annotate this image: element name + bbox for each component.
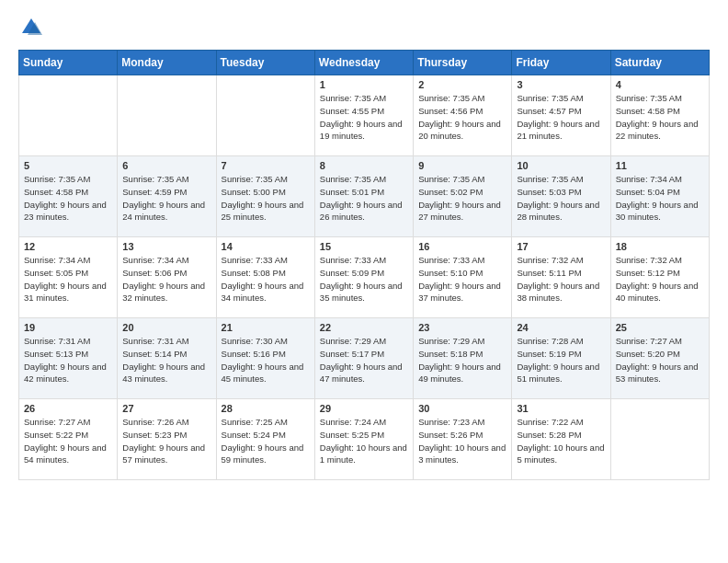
calendar-cell: 27Sunrise: 7:26 AMSunset: 5:23 PMDayligh… [118,399,216,480]
day-number: 3 [517,79,605,90]
day-info: Sunrise: 7:35 AMSunset: 4:56 PMDaylight:… [418,92,506,143]
calendar-cell: 2Sunrise: 7:35 AMSunset: 4:56 PMDaylight… [414,75,512,156]
day-number: 13 [122,241,210,252]
day-info: Sunrise: 7:35 AMSunset: 4:55 PMDaylight:… [320,92,408,143]
calendar-cell: 24Sunrise: 7:28 AMSunset: 5:19 PMDayligh… [512,318,610,399]
day-number: 9 [418,160,506,171]
day-number: 7 [222,160,310,171]
calendar-cell: 16Sunrise: 7:33 AMSunset: 5:10 PMDayligh… [414,237,512,318]
day-number: 17 [517,241,605,252]
weekday-header-sunday: Sunday [19,51,118,75]
logo [18,15,48,40]
day-info: Sunrise: 7:34 AMSunset: 5:06 PMDaylight:… [122,254,210,304]
calendar-cell: 28Sunrise: 7:25 AMSunset: 5:24 PMDayligh… [216,399,314,480]
calendar-cell: 23Sunrise: 7:29 AMSunset: 5:18 PMDayligh… [414,318,512,399]
day-info: Sunrise: 7:25 AMSunset: 5:24 PMDaylight:… [222,416,310,466]
calendar-cell: 31Sunrise: 7:22 AMSunset: 5:28 PMDayligh… [512,399,610,480]
day-number: 18 [616,241,704,252]
weekday-header-friday: Friday [512,51,610,75]
day-info: Sunrise: 7:28 AMSunset: 5:19 PMDaylight:… [517,335,605,385]
weekday-header-monday: Monday [118,51,216,75]
page: SundayMondayTuesdayWednesdayThursdayFrid… [0,0,728,495]
day-number: 15 [320,241,408,252]
day-info: Sunrise: 7:30 AMSunset: 5:16 PMDaylight:… [222,335,310,385]
day-info: Sunrise: 7:34 AMSunset: 5:05 PMDaylight:… [24,254,112,304]
day-number: 10 [517,160,605,171]
calendar-cell: 5Sunrise: 7:35 AMSunset: 4:58 PMDaylight… [19,156,118,237]
day-number: 11 [616,160,704,171]
calendar-cell: 4Sunrise: 7:35 AMSunset: 4:58 PMDaylight… [610,75,709,156]
logo-icon [18,15,44,40]
day-info: Sunrise: 7:35 AMSunset: 4:57 PMDaylight:… [517,92,605,143]
day-number: 2 [418,79,506,90]
calendar-cell: 29Sunrise: 7:24 AMSunset: 5:25 PMDayligh… [314,399,413,480]
day-info: Sunrise: 7:35 AMSunset: 5:02 PMDaylight:… [418,173,506,224]
day-number: 14 [222,241,310,252]
calendar-week-2: 5Sunrise: 7:35 AMSunset: 4:58 PMDaylight… [19,156,710,237]
calendar-cell: 1Sunrise: 7:35 AMSunset: 4:55 PMDaylight… [314,75,413,156]
calendar-cell: 17Sunrise: 7:32 AMSunset: 5:11 PMDayligh… [512,237,610,318]
day-info: Sunrise: 7:34 AMSunset: 5:04 PMDaylight:… [616,173,704,224]
calendar-cell: 8Sunrise: 7:35 AMSunset: 5:01 PMDaylight… [314,156,413,237]
day-info: Sunrise: 7:22 AMSunset: 5:28 PMDaylight:… [517,416,605,466]
day-number: 4 [616,79,704,90]
day-number: 30 [418,403,506,414]
day-number: 24 [517,322,605,333]
calendar-cell: 20Sunrise: 7:31 AMSunset: 5:14 PMDayligh… [118,318,216,399]
day-info: Sunrise: 7:35 AMSunset: 5:01 PMDaylight:… [320,173,408,224]
day-number: 6 [122,160,210,171]
calendar-cell: 12Sunrise: 7:34 AMSunset: 5:05 PMDayligh… [19,237,118,318]
day-info: Sunrise: 7:29 AMSunset: 5:18 PMDaylight:… [418,335,506,385]
day-info: Sunrise: 7:31 AMSunset: 5:14 PMDaylight:… [122,335,210,385]
calendar-week-3: 12Sunrise: 7:34 AMSunset: 5:05 PMDayligh… [19,237,710,318]
calendar-cell: 14Sunrise: 7:33 AMSunset: 5:08 PMDayligh… [216,237,314,318]
calendar-cell: 11Sunrise: 7:34 AMSunset: 5:04 PMDayligh… [610,156,709,237]
calendar-cell [19,75,118,156]
calendar-week-4: 19Sunrise: 7:31 AMSunset: 5:13 PMDayligh… [19,318,710,399]
header [18,15,710,40]
calendar-cell [118,75,216,156]
day-info: Sunrise: 7:33 AMSunset: 5:08 PMDaylight:… [222,254,310,304]
day-info: Sunrise: 7:26 AMSunset: 5:23 PMDaylight:… [122,416,210,466]
calendar-cell: 13Sunrise: 7:34 AMSunset: 5:06 PMDayligh… [118,237,216,318]
calendar-cell: 3Sunrise: 7:35 AMSunset: 4:57 PMDaylight… [512,75,610,156]
day-info: Sunrise: 7:35 AMSunset: 4:59 PMDaylight:… [122,173,210,224]
calendar-cell [610,399,709,480]
day-info: Sunrise: 7:23 AMSunset: 5:26 PMDaylight:… [418,416,506,466]
calendar-cell: 21Sunrise: 7:30 AMSunset: 5:16 PMDayligh… [216,318,314,399]
calendar-week-5: 26Sunrise: 7:27 AMSunset: 5:22 PMDayligh… [19,399,710,480]
weekday-header-thursday: Thursday [414,51,512,75]
day-number: 27 [122,403,210,414]
day-number: 20 [122,322,210,333]
calendar-week-1: 1Sunrise: 7:35 AMSunset: 4:55 PMDaylight… [19,75,710,156]
day-number: 31 [517,403,605,414]
day-info: Sunrise: 7:27 AMSunset: 5:22 PMDaylight:… [24,416,112,466]
day-number: 21 [222,322,310,333]
day-number: 25 [616,322,704,333]
day-number: 1 [320,79,408,90]
day-info: Sunrise: 7:24 AMSunset: 5:25 PMDaylight:… [320,416,408,466]
day-info: Sunrise: 7:31 AMSunset: 5:13 PMDaylight:… [24,335,112,385]
day-number: 23 [418,322,506,333]
calendar-cell: 18Sunrise: 7:32 AMSunset: 5:12 PMDayligh… [610,237,709,318]
calendar-cell: 9Sunrise: 7:35 AMSunset: 5:02 PMDaylight… [414,156,512,237]
day-number: 19 [24,322,112,333]
day-info: Sunrise: 7:27 AMSunset: 5:20 PMDaylight:… [616,335,704,385]
day-number: 28 [222,403,310,414]
calendar-cell: 19Sunrise: 7:31 AMSunset: 5:13 PMDayligh… [19,318,118,399]
day-info: Sunrise: 7:33 AMSunset: 5:10 PMDaylight:… [418,254,506,304]
calendar-cell: 7Sunrise: 7:35 AMSunset: 5:00 PMDaylight… [216,156,314,237]
calendar-cell: 25Sunrise: 7:27 AMSunset: 5:20 PMDayligh… [610,318,709,399]
day-number: 8 [320,160,408,171]
calendar-table: SundayMondayTuesdayWednesdayThursdayFrid… [18,50,710,480]
calendar-cell [216,75,314,156]
day-info: Sunrise: 7:35 AMSunset: 5:00 PMDaylight:… [222,173,310,224]
calendar-cell: 26Sunrise: 7:27 AMSunset: 5:22 PMDayligh… [19,399,118,480]
weekday-header-tuesday: Tuesday [216,51,314,75]
calendar-cell: 10Sunrise: 7:35 AMSunset: 5:03 PMDayligh… [512,156,610,237]
day-number: 5 [24,160,112,171]
calendar-cell: 15Sunrise: 7:33 AMSunset: 5:09 PMDayligh… [314,237,413,318]
calendar-cell: 6Sunrise: 7:35 AMSunset: 4:59 PMDaylight… [118,156,216,237]
calendar-cell: 22Sunrise: 7:29 AMSunset: 5:17 PMDayligh… [314,318,413,399]
day-number: 29 [320,403,408,414]
